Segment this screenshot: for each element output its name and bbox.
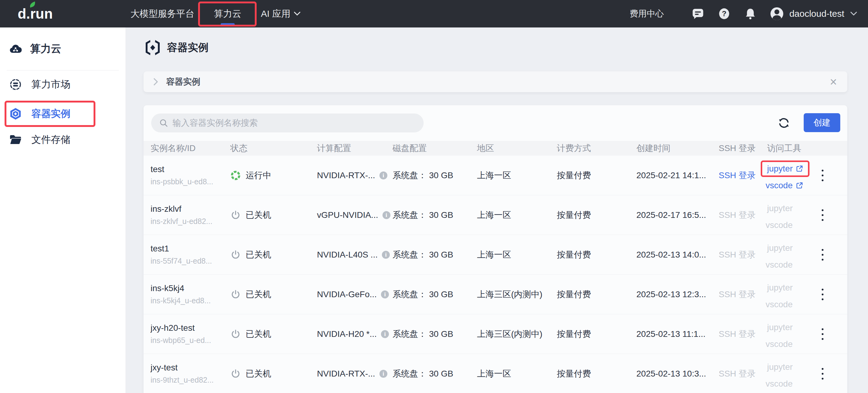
breadcrumb-current: 容器实例 [166, 76, 200, 88]
jupyter-wrap: jupyter [761, 280, 799, 296]
vscode-link: vscode [766, 379, 793, 389]
compute-config-cell: NVIDIA-GeFo... i [317, 289, 393, 299]
kebab-icon [821, 169, 824, 182]
search-box [151, 113, 424, 133]
sidebar-item-container-instances[interactable]: 容器实例 [0, 105, 126, 123]
drun-logo[interactable]: d.run [18, 5, 79, 22]
market-icon [9, 79, 22, 90]
gpu-model: NVIDIA-L40S ... [317, 250, 378, 260]
nav-item-compute-cloud[interactable]: 算力云 [214, 0, 241, 27]
instance-name-cell: test1 ins-55f74_u-ed8... [151, 244, 230, 265]
sidebar-item-label: 容器实例 [31, 107, 70, 120]
instances-card: 创建 实例名称/ID状态计算配置磁盘配置地区计费方式创建时间SSH 登录访问工具… [144, 105, 847, 393]
help-icon[interactable]: ? [717, 8, 731, 20]
kebab-menu-button[interactable] [816, 285, 829, 304]
sidebar-header-label: 算力云 [30, 42, 61, 56]
access-tools-cell: jupyter vscode [767, 200, 816, 230]
billing-center-link[interactable]: 费用中心 [630, 8, 664, 20]
user-menu[interactable]: daocloud-test [770, 7, 858, 21]
bell-icon[interactable] [744, 8, 757, 20]
kebab-menu-button[interactable] [816, 246, 829, 264]
kebab-icon [821, 367, 824, 381]
created-time-cell: 2025-02-17 16:5... [637, 210, 719, 220]
search-input[interactable] [173, 113, 424, 133]
nav-menu: 大模型服务平台 算力云 AI 应用 [130, 0, 301, 27]
gpu-model: NVIDIA-H20 *... [317, 329, 377, 339]
kebab-menu-button[interactable] [816, 206, 829, 224]
disk-config-cell: 系统盘： 30 GB [393, 209, 477, 221]
vscode-link: vscode [766, 339, 793, 349]
avatar-icon [770, 7, 784, 21]
region-cell: 上海三区(内测中) [477, 328, 557, 340]
ssh-login-link: SSH 登录 [719, 209, 755, 221]
gpu-model: vGPU-NVIDIA... [317, 210, 378, 220]
ssh-cell: SSH 登录 [719, 249, 767, 260]
instance-name-cell: jxy-h20-test ins-wbp65_u-ed... [151, 323, 230, 345]
vscode-link: vscode [766, 260, 793, 270]
create-button[interactable]: 创建 [804, 113, 840, 132]
status-text: 已关机 [246, 209, 271, 221]
compute-config-cell: NVIDIA-RTX-... i [317, 369, 393, 378]
info-icon[interactable]: i [382, 251, 390, 259]
sidebar-item-compute-market[interactable]: 算力市场 [0, 75, 126, 94]
chevron-right-icon[interactable] [153, 78, 159, 86]
info-icon[interactable]: i [381, 290, 389, 299]
nav-item-llm-platform[interactable]: 大模型服务平台 [130, 0, 194, 27]
ssh-login-link: SSH 登录 [719, 368, 755, 380]
billing-cell: 按量付费 [557, 249, 637, 260]
region-cell: 上海一区 [477, 249, 557, 260]
status-cell: 已关机 [230, 209, 317, 221]
ssh-login-link: SSH 登录 [719, 289, 755, 300]
kebab-menu-button[interactable] [816, 166, 829, 185]
info-icon[interactable]: i [382, 211, 391, 219]
annotation-box-jupyter: jupyter [761, 161, 809, 177]
sidebar: 算力云 算力市场 容器实例 [0, 27, 126, 393]
column-header-region: 地区 [477, 142, 557, 154]
info-icon[interactable]: i [379, 171, 388, 179]
compute-config-cell: vGPU-NVIDIA... i [317, 210, 393, 220]
jupyter-wrap: jupyter [761, 359, 799, 375]
power-off-icon [230, 250, 241, 260]
sidebar-header-compute-cloud[interactable]: 算力云 [0, 40, 126, 58]
status-text: 已关机 [246, 368, 271, 380]
ssh-login-link: SSH 登录 [719, 328, 755, 340]
instance-name: jxy-test [151, 363, 214, 372]
kebab-icon [821, 208, 824, 222]
refresh-icon[interactable] [777, 116, 790, 130]
jupyter-wrap: jupyter [761, 319, 799, 336]
gpu-model: NVIDIA-RTX-... [317, 171, 375, 180]
ssh-cell: SSH 登录 [719, 170, 767, 181]
sidebar-item-label: 算力市场 [31, 78, 70, 91]
vscode-link[interactable]: vscode [766, 180, 803, 190]
ssh-login-link[interactable]: SSH 登录 [719, 170, 755, 181]
row-actions-cell [816, 206, 847, 224]
message-icon[interactable] [691, 8, 705, 20]
billing-cell: 按量付费 [557, 209, 637, 221]
running-spinner-icon [230, 170, 241, 180]
navbar-right: 费用中心 ? daocloud-test [630, 7, 858, 21]
gpu-model: NVIDIA-RTX-... [317, 369, 375, 378]
info-icon[interactable]: i [381, 330, 389, 338]
info-icon[interactable]: i [379, 370, 388, 378]
nav-item-ai-apps[interactable]: AI 应用 [261, 0, 301, 27]
column-header-status: 状态 [230, 142, 317, 154]
power-off-icon [230, 329, 241, 339]
created-time-cell: 2025-02-13 14:0... [637, 250, 719, 260]
jupyter-link: jupyter [767, 203, 793, 213]
region-cell: 上海一区 [477, 209, 557, 221]
leaf-icon [29, 1, 37, 8]
kebab-menu-button[interactable] [816, 325, 829, 343]
sidebar-item-file-storage[interactable]: 文件存储 [0, 131, 126, 149]
column-header-name: 实例名称/ID [151, 142, 230, 154]
close-icon[interactable]: × [830, 76, 837, 88]
disk-config-cell: 系统盘： 30 GB [393, 249, 477, 260]
compute-config-cell: NVIDIA-RTX-... i [317, 171, 393, 180]
instance-name: ins-zklvf [151, 204, 212, 214]
jupyter-link[interactable]: jupyter [767, 164, 803, 174]
instance-id: ins-zklvf_u-ed82... [151, 217, 212, 226]
region-cell: 上海三区(内测中) [477, 289, 557, 300]
created-time-cell: 2025-02-13 10:3... [637, 369, 719, 378]
column-header-billing: 计费方式 [557, 142, 637, 154]
cloud-compute-icon [9, 43, 22, 55]
kebab-menu-button[interactable] [816, 365, 829, 383]
